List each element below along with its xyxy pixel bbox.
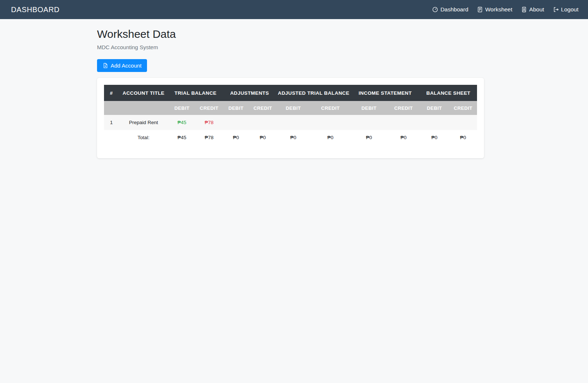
total-bs-debit: ₱0 (420, 130, 449, 145)
nav-item-dashboard[interactable]: Dashboard (432, 6, 468, 13)
worksheet-table: # ACCOUNT TITLE TRIAL BALANCE ADJUSTMENT… (104, 85, 477, 145)
total-bs-credit: ₱0 (449, 130, 477, 145)
total-tb-debit: ₱45 (168, 130, 196, 145)
about-icon (521, 7, 527, 12)
subheader-tb-debit: DEBIT (168, 101, 196, 115)
total-atb-credit: ₱0 (310, 130, 351, 145)
total-is-credit: ₱0 (387, 130, 420, 145)
total-is-debit: ₱0 (351, 130, 387, 145)
page-subtitle: MDC Accounting System (97, 44, 484, 50)
logout-icon (553, 7, 559, 12)
row-number: 1 (104, 115, 119, 130)
header-adjusted-trial-balance: ADJUSTED TRIAL BALANCE (276, 85, 351, 101)
subheader-adj-credit: CREDIT (249, 101, 276, 115)
row-tb-debit: ₱45 (168, 115, 196, 130)
dashboard-icon (432, 7, 438, 12)
nav-item-about-label: About (529, 6, 544, 13)
table-subheader-row: DEBIT CREDIT DEBIT CREDIT DEBIT CREDIT D… (104, 101, 477, 115)
total-atb-debit: ₱0 (276, 130, 310, 145)
subheader-is-credit: CREDIT (387, 101, 420, 115)
main-content: Worksheet Data MDC Accounting System Add… (97, 19, 484, 158)
subheader-atb-debit: DEBIT (276, 101, 310, 115)
row-bs-credit (449, 115, 477, 130)
total-tb-credit: ₱78 (196, 130, 223, 145)
nav-item-logout[interactable]: Logout (553, 6, 578, 13)
page-title: Worksheet Data (97, 28, 484, 40)
nav-item-worksheet[interactable]: Worksheet (477, 6, 512, 13)
subheader-blank-account (119, 101, 168, 115)
subheader-bs-credit: CREDIT (449, 101, 477, 115)
row-adj-debit (223, 115, 249, 130)
header-income-statement: INCOME STATEMENT (351, 85, 420, 101)
subheader-adj-debit: DEBIT (223, 101, 249, 115)
subheader-blank-number (104, 101, 119, 115)
subheader-tb-credit: CREDIT (196, 101, 223, 115)
row-bs-debit (420, 115, 449, 130)
total-adj-credit: ₱0 (249, 130, 276, 145)
header-account-title: ACCOUNT TITLE (119, 85, 168, 101)
top-navbar: DASHBOARD Dashboard Worksheet About Logo… (0, 0, 588, 19)
row-is-credit (387, 115, 420, 130)
row-is-debit (351, 115, 387, 130)
file-plus-icon (103, 63, 108, 68)
nav-item-dashboard-label: Dashboard (440, 6, 468, 13)
total-adj-debit: ₱0 (223, 130, 249, 145)
header-adjustments: ADJUSTMENTS (223, 85, 276, 101)
row-adj-credit (249, 115, 276, 130)
total-row: Total: ₱45 ₱78 ₱0 ₱0 ₱0 ₱0 ₱0 ₱0 ₱0 ₱0 (104, 130, 477, 145)
row-tb-credit: ₱78 (196, 115, 223, 130)
worksheet-icon (477, 7, 483, 12)
nav-item-logout-label: Logout (561, 6, 578, 13)
subheader-is-debit: DEBIT (351, 101, 387, 115)
table-row: 1 Prepaid Rent ₱45 ₱78 (104, 115, 477, 130)
nav-item-about[interactable]: About (521, 6, 544, 13)
nav-item-worksheet-label: Worksheet (485, 6, 512, 13)
row-atb-credit (310, 115, 351, 130)
nav-links: Dashboard Worksheet About Logout (432, 6, 578, 13)
header-trial-balance: TRIAL BALANCE (168, 85, 223, 101)
add-account-button[interactable]: Add Account (97, 59, 147, 72)
total-blank-number (104, 130, 119, 145)
table-group-header-row: # ACCOUNT TITLE TRIAL BALANCE ADJUSTMENT… (104, 85, 477, 101)
total-label: Total: (119, 130, 168, 145)
header-balance-sheet: BALANCE SHEET (420, 85, 477, 101)
subheader-atb-credit: CREDIT (310, 101, 351, 115)
row-account-title: Prepaid Rent (119, 115, 168, 130)
subheader-bs-debit: DEBIT (420, 101, 449, 115)
row-atb-debit (276, 115, 310, 130)
add-account-label: Add Account (111, 62, 141, 69)
worksheet-card: # ACCOUNT TITLE TRIAL BALANCE ADJUSTMENT… (97, 78, 484, 158)
navbar-brand[interactable]: DASHBOARD (11, 6, 60, 14)
header-number: # (104, 85, 119, 101)
